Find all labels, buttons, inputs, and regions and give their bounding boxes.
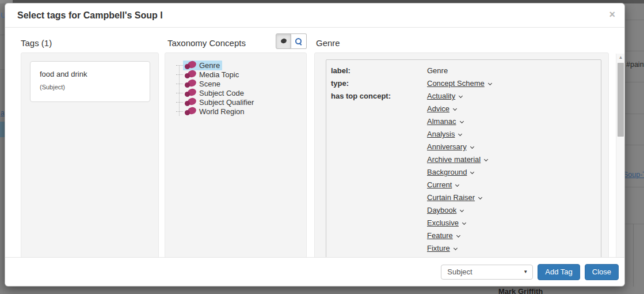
tree-item-label: Media Topic: [199, 70, 239, 79]
modal-title: Select tags for Campbell's Soup I: [17, 3, 163, 28]
detail-row-top-concepts: has top concept: Actuality Advice: [331, 92, 601, 252]
tree-item-label: Scene: [199, 80, 220, 88]
background-divider: [625, 51, 644, 51]
top-concept-link[interactable]: Fixture: [427, 244, 450, 252]
chevron-down-icon[interactable]: [462, 221, 466, 225]
top-concept-row: Anniversary: [427, 143, 487, 151]
concepts-toolbar: [276, 33, 307, 49]
top-concept-row: Analysis: [427, 130, 487, 138]
chevron-down-icon[interactable]: [456, 233, 460, 238]
background-divider: [625, 224, 644, 224]
background-left-link: a: [1, 109, 5, 117]
taxonomy-concept-icon: [184, 98, 197, 106]
top-concept-link[interactable]: Background: [427, 168, 467, 176]
modal-body: Tags (1) Taxonomy Concepts Genre food an…: [5, 28, 624, 258]
chevron-down-icon[interactable]: [460, 208, 464, 212]
top-concept-row: Exclusive: [427, 219, 487, 227]
scroll-up-icon[interactable]: ▲: [616, 54, 625, 62]
scrollbar-thumb[interactable]: [618, 63, 624, 137]
top-concept-link[interactable]: Curtain Raiser: [427, 193, 475, 202]
chevron-down-icon[interactable]: [453, 107, 457, 111]
tree-connector: [176, 84, 183, 84]
taxonomy-concept-icon: [184, 89, 197, 97]
close-button[interactable]: Close: [585, 264, 619, 280]
taxonomy-concept-icon: [184, 70, 197, 78]
top-concept-link[interactable]: Current: [427, 180, 452, 189]
top-concept-row: Curtain Raiser: [427, 194, 487, 202]
top-concept-link[interactable]: Anniversary: [427, 142, 467, 151]
taxonomy-concept-icon: [184, 61, 197, 69]
add-tag-button[interactable]: Add Tag: [538, 264, 580, 280]
chevron-down-icon[interactable]: [484, 157, 488, 161]
background-divider: [625, 82, 644, 82]
top-concept-row: Current: [427, 181, 487, 189]
tree-item[interactable]: World Region: [176, 107, 256, 116]
top-concept-row: Feature: [427, 232, 487, 240]
chevron-down-icon[interactable]: [460, 119, 464, 123]
tree-connector: [176, 93, 183, 93]
detail-field-name: type:: [331, 80, 427, 88]
taxonomy-panel: Genre Media Topic: [165, 52, 307, 258]
background-hashtag-text: #paintin: [626, 61, 644, 69]
tree-item[interactable]: Media Topic: [176, 70, 256, 79]
tree-item[interactable]: Subject Qualifier: [176, 97, 256, 107]
background-bottom-text: Mark Griffith: [498, 287, 543, 294]
top-concept-row: Background: [427, 168, 487, 176]
top-concept-link[interactable]: Exclusive: [427, 218, 459, 227]
tree-connector: [176, 102, 183, 103]
browse-concepts-button[interactable]: [276, 33, 291, 49]
taxonomy-tree: Genre Media Topic: [176, 61, 256, 116]
tag-type-select[interactable]: Subject ▼: [441, 265, 533, 280]
background-divider: [0, 35, 5, 35]
tag-type-select-value: Subject: [447, 267, 523, 276]
tree-item-label: World Region: [199, 107, 245, 116]
background-divider: [0, 69, 5, 70]
concept-scheme-link[interactable]: Concept Scheme: [427, 79, 485, 88]
close-icon[interactable]: ×: [609, 6, 615, 23]
detail-field-value: Genre: [427, 67, 448, 75]
chevron-down-icon[interactable]: [470, 170, 474, 174]
tags-panel: food and drink (Subject): [21, 52, 159, 258]
top-concept-row: Almanac: [427, 118, 487, 126]
detail-row-label: label: Genre: [331, 67, 601, 75]
modal-footer: Subject ▼ Add Tag Close: [5, 257, 624, 286]
top-concept-row: Archive material: [427, 156, 487, 164]
top-concept-link[interactable]: Actuality: [427, 92, 455, 100]
top-concept-row: Daybook: [427, 206, 487, 214]
top-concept-link[interactable]: Daybook: [427, 206, 456, 214]
chevron-down-icon[interactable]: [470, 145, 474, 149]
tree-item[interactable]: Genre: [176, 61, 256, 70]
select-tags-modal: Select tags for Campbell's Soup I × Tags…: [5, 3, 625, 287]
top-concept-row: Advice: [427, 105, 487, 113]
background-divider: [625, 114, 644, 114]
tree-item[interactable]: Scene: [176, 79, 256, 88]
tree-item-label: Subject Qualifier: [199, 98, 254, 107]
tree-guide-line: [179, 65, 180, 116]
chevron-down-icon[interactable]: [455, 183, 459, 187]
top-concept-link[interactable]: Analysis: [427, 130, 455, 138]
tree-connector: [176, 74, 183, 75]
background-divider: [625, 187, 644, 187]
chevron-down-icon[interactable]: [454, 246, 458, 250]
modal-scrollbar[interactable]: ▲ ▼: [616, 54, 624, 281]
tag-card[interactable]: food and drink (Subject): [30, 61, 150, 102]
chevron-down-icon[interactable]: [459, 94, 463, 98]
top-concept-link[interactable]: Archive material: [427, 155, 481, 164]
search-concepts-button[interactable]: [291, 33, 307, 49]
concept-detail-panel: label: Genre type: Concept Scheme has to…: [314, 52, 609, 258]
tag-icon: [280, 39, 287, 44]
top-concept-link[interactable]: Almanac: [427, 117, 456, 126]
background-link-text: Soup-T: [623, 171, 644, 179]
chevron-down-icon[interactable]: [488, 81, 492, 85]
top-concept-link[interactable]: Feature: [427, 231, 453, 240]
tree-item[interactable]: Subject Code: [176, 88, 256, 97]
background-selected-row: [0, 122, 5, 137]
modal-header: Select tags for Campbell's Soup I ×: [5, 3, 624, 28]
taxonomy-concept-icon: [184, 107, 197, 115]
taxonomy-concept-icon: [184, 80, 197, 88]
chevron-down-icon[interactable]: [478, 195, 482, 199]
search-icon: [295, 38, 302, 45]
top-concept-link[interactable]: Advice: [427, 104, 449, 113]
screen: U a #paintin Soup-T Mark Griffith Select…: [0, 0, 644, 294]
chevron-down-icon[interactable]: [458, 132, 462, 136]
